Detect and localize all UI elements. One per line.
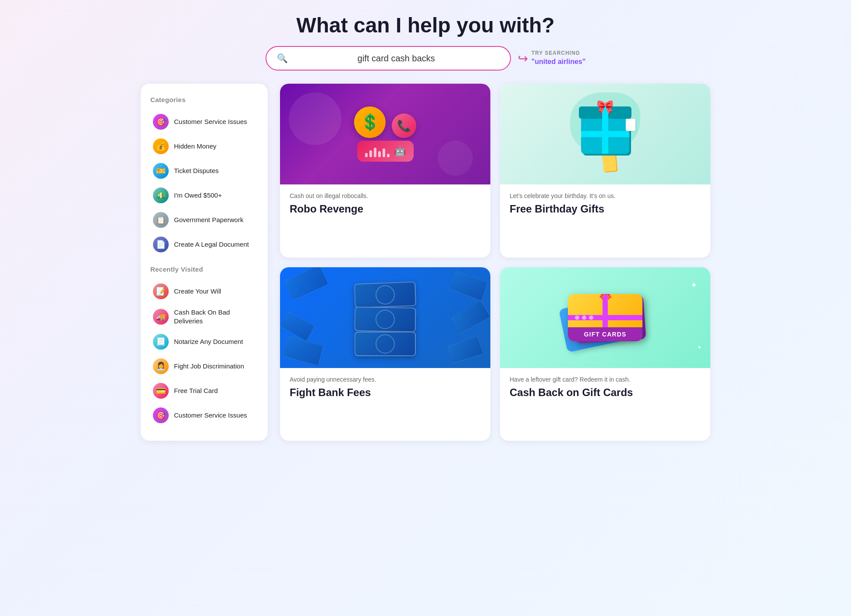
star-sparkle-1: ✦ — [691, 280, 697, 290]
bar1 — [365, 153, 368, 157]
hint-text: TRY SEARCHING "united airlines" — [532, 50, 586, 67]
gc-dot-3 — [589, 315, 593, 320]
sidebar-avatar-cash-back-deliveries: 🚚 — [153, 309, 169, 325]
main-layout: Categories 🎯 Customer Service Issues 💰 H… — [141, 84, 710, 441]
sidebar-label-customer-service: Customer Service Issues — [174, 117, 247, 126]
mini-bill-4 — [447, 336, 483, 364]
cash-bill-3 — [355, 332, 416, 356]
blob1 — [289, 92, 341, 145]
bar-chart-mini — [365, 145, 390, 157]
sidebar-avatar-create-will: 📝 — [153, 283, 169, 299]
gc-dots — [575, 315, 593, 320]
sidebar-item-ticket-disputes[interactable]: 🎫 Ticket Disputes — [150, 159, 258, 182]
bar3 — [374, 148, 376, 157]
gift-box-big: 🎀 — [581, 114, 629, 154]
robo-illustration: 💲 📞 🤖 — [280, 84, 490, 184]
sidebar-item-customer-service[interactable]: 🎯 Customer Service Issues — [150, 110, 258, 133]
sidebar-item-free-trial[interactable]: 💳 Free Trial Card — [150, 379, 258, 402]
sidebar-label-government: Government Paperwork — [174, 216, 243, 224]
sidebar-label-notarize: Notarize Any Document — [174, 337, 243, 346]
card-birthday[interactable]: 🎀 Let's celebrate your birthday. It's on… — [500, 84, 710, 258]
robo-center: 💲 📞 🤖 — [354, 106, 416, 162]
card-bank-image — [280, 267, 490, 368]
robot-face: 🤖 — [394, 145, 406, 157]
sidebar-item-hidden-money[interactable]: 💰 Hidden Money — [150, 135, 258, 158]
gift-shape: 🎀 — [581, 114, 629, 154]
sidebar: Categories 🎯 Customer Service Issues 💰 H… — [141, 84, 268, 441]
sidebar-label-free-trial: Free Trial Card — [174, 386, 218, 395]
bar4 — [378, 151, 381, 157]
gift-tag — [626, 119, 635, 131]
card-giftcards[interactable]: 🎀 GIFT CARDS ✦ ✦ Have a le — [500, 267, 710, 441]
gc-label-bar: GIFT CARDS — [568, 327, 642, 341]
card-robo-body: Cash out on illegal robocalls. Robo Reve… — [280, 184, 490, 225]
coin-circle: 💲 — [354, 106, 386, 138]
gift-ribbon-horizontal — [581, 131, 629, 137]
sidebar-avatar-owed-500: 💵 — [153, 188, 169, 203]
card-birthday-subtitle: Let's celebrate your birthday. It's on u… — [510, 192, 701, 199]
mini-bill-3 — [282, 336, 324, 365]
gc-card-front: 🎀 GIFT CARDS — [568, 294, 642, 341]
cards-grid: 💲 📞 🤖 — [280, 84, 710, 441]
hint-try-label: TRY SEARCHING — [532, 50, 586, 57]
mini-bill-6 — [450, 300, 490, 334]
search-row: 🔍 gift card cash backs ↩ TRY SEARCHING "… — [18, 46, 833, 71]
sidebar-avatar-customer-service2: 🎯 — [153, 407, 169, 423]
phone-circle: 📞 — [392, 113, 416, 138]
robo-top-row: 💲 📞 — [354, 106, 416, 138]
sidebar-item-government[interactable]: 📋 Government Paperwork — [150, 209, 258, 231]
card-birthday-title: Free Birthday Gifts — [510, 203, 701, 216]
card-giftcard-title: Cash Back on Gift Cards — [510, 386, 701, 399]
sidebar-item-owed-500[interactable]: 💵 I'm Owed $500+ — [150, 184, 258, 207]
mini-bill-5 — [280, 311, 315, 342]
card-robo-title: Robo Revenge — [290, 203, 481, 216]
card-bank-fees[interactable]: Avoid paying unnecessary fees. Fight Ban… — [280, 267, 490, 441]
sidebar-avatar-fight-job: 👩‍💼 — [153, 358, 169, 374]
blob2 — [438, 141, 473, 176]
sidebar-avatar-customer-service: 🎯 — [153, 114, 169, 130]
cash-stack — [355, 279, 416, 356]
gc-bow: 🎀 — [598, 294, 613, 301]
robo-bottom: 🤖 — [357, 141, 414, 162]
sidebar-item-create-will[interactable]: 📝 Create Your Will — [150, 280, 258, 303]
sidebar-label-hidden-money: Hidden Money — [174, 142, 216, 151]
sidebar-avatar-legal: 📄 — [153, 237, 169, 252]
card-giftcard-subtitle: Have a leftover gift card? Redeem it in … — [510, 376, 701, 383]
card-giftcard-body: Have a leftover gift card? Redeem it in … — [500, 368, 710, 409]
sidebar-label-owed-500: I'm Owed $500+ — [174, 191, 222, 200]
card-bank-title: Fight Bank Fees — [290, 386, 481, 399]
sidebar-avatar-government: 📋 — [153, 212, 169, 228]
card-birthday-image: 🎀 — [500, 84, 710, 184]
search-value: gift card cash backs — [293, 53, 500, 64]
birthday-illustration: 🎀 — [500, 84, 710, 184]
search-icon: 🔍 — [277, 53, 288, 64]
cash-bill-1 — [354, 281, 416, 308]
bar6 — [387, 154, 390, 157]
recently-visited-title: Recently Visited — [150, 266, 258, 273]
card-robo-subtitle: Cash out on illegal robocalls. — [290, 192, 481, 199]
gc-label-text: GIFT CARDS — [584, 331, 627, 338]
mini-bill-2 — [449, 270, 489, 301]
card-robo-image: 💲 📞 🤖 — [280, 84, 490, 184]
sidebar-item-fight-job[interactable]: 👩‍💼 Fight Job Discrimination — [150, 355, 258, 378]
bar5 — [383, 149, 385, 157]
gift-bow: 🎀 — [596, 99, 614, 115]
sidebar-item-customer-service2[interactable]: 🎯 Customer Service Issues — [150, 404, 258, 427]
search-bar[interactable]: 🔍 gift card cash backs — [266, 46, 511, 71]
sidebar-item-legal[interactable]: 📄 Create A Legal Document — [150, 233, 258, 256]
sidebar-label-cash-back-deliveries: Cash Back On Bad Deliveries — [174, 308, 255, 325]
star-sparkle-2: ✦ — [697, 344, 702, 350]
bank-illustration — [280, 267, 490, 368]
sidebar-label-create-will: Create Your Will — [174, 287, 221, 296]
card-robo-revenge[interactable]: 💲 📞 🤖 — [280, 84, 490, 258]
arrow-icon: ↩ — [518, 51, 528, 66]
hint-query-text: "united airlines" — [532, 57, 586, 67]
cash-bill-2 — [355, 306, 416, 332]
gc-dot-2 — [582, 315, 586, 320]
sidebar-item-cash-back-deliveries[interactable]: 🚚 Cash Back On Bad Deliveries — [150, 304, 258, 329]
sidebar-avatar-hidden-money: 💰 — [153, 138, 169, 154]
sidebar-label-customer-service2: Customer Service Issues — [174, 411, 247, 420]
sidebar-avatar-free-trial: 💳 — [153, 383, 169, 399]
sidebar-item-notarize[interactable]: 📃 Notarize Any Document — [150, 330, 258, 353]
try-searching-hint: ↩ TRY SEARCHING "united airlines" — [518, 50, 586, 67]
